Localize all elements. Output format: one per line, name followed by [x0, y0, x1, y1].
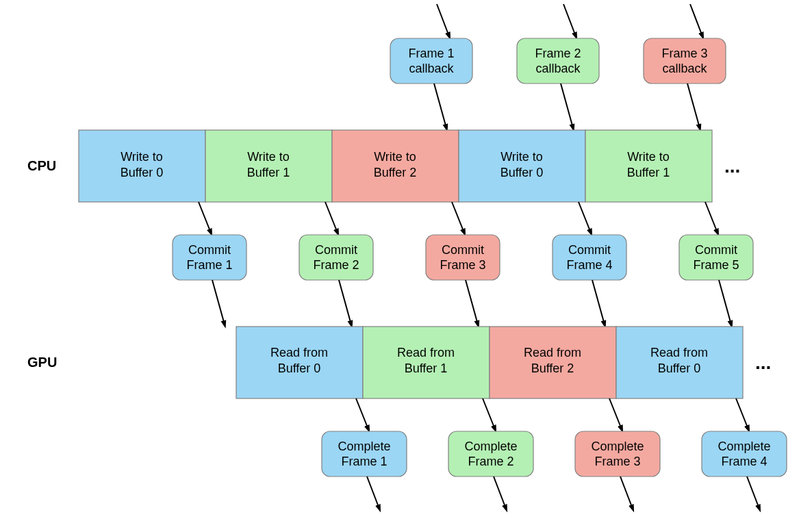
commit-box-4-line1: Commit: [568, 243, 611, 257]
arrow-commit-gpu-5: [719, 280, 731, 325]
arrow-out-complete-4: [747, 476, 759, 509]
arrow-commit-gpu-4: [592, 280, 605, 325]
cpu-cell-2-line2: Buffer 2: [374, 166, 417, 179]
gpu-cell-3-line2: Buffer 0: [658, 361, 701, 375]
arrow-gpu-complete-1: [356, 398, 368, 429]
arrow-callback-cpu-3: [687, 84, 700, 128]
arrow-cpu-commit-2: [325, 202, 338, 233]
complete-box-3: [575, 431, 660, 476]
commit-box-2-line1: Commit: [315, 243, 357, 257]
commit-box-5: [679, 235, 753, 280]
callback-box-3-line2: callback: [662, 62, 707, 75]
cpu-cell-0-line2: Buffer 0: [120, 166, 164, 179]
callback-box-2: [517, 38, 599, 84]
gpu-cell-0-line1: Read from: [270, 346, 328, 359]
cpu-cell-4-line2: Buffer 1: [627, 166, 670, 179]
callback-box-1-line2: callback: [409, 62, 454, 75]
callback-box-3-line1: Frame 3: [661, 47, 707, 60]
arrow-gpu-complete-2: [483, 398, 495, 429]
arrow-cpu-commit-4: [579, 202, 591, 233]
arrow-callback-cpu-1: [434, 84, 446, 128]
cpu-cell-0-line1: Write to: [120, 150, 163, 164]
gpu-cell-0-line2: Buffer 0: [278, 361, 321, 375]
arrow-in-callback-1: [437, 4, 449, 36]
commit-box-3-line1: Commit: [442, 243, 484, 257]
commit-box-4-line2: Frame 4: [566, 258, 612, 272]
commit-box-3-line2: Frame 3: [440, 258, 485, 272]
commit-box-5-line2: Frame 5: [693, 258, 739, 272]
cpu-cell-1-line1: Write to: [247, 150, 290, 164]
cpu-cell-4-line1: Write to: [627, 150, 670, 164]
arrow-out-complete-3: [620, 476, 633, 509]
commit-box-1: [173, 235, 246, 280]
callback-box-2-line2: callback: [535, 62, 581, 75]
cpu-cell-2-line1: Write to: [374, 150, 416, 164]
complete-box-1-line1: Complete: [338, 440, 390, 453]
callback-box-1-line1: Frame 1: [408, 47, 454, 60]
cpu-label: CPU: [27, 158, 56, 173]
gpu-cell-1-line2: Buffer 1: [405, 361, 448, 375]
gpu-cell-2-line2: Buffer 2: [531, 361, 574, 375]
arrow-commit-gpu-1: [212, 280, 225, 325]
arrow-cpu-commit-1: [199, 202, 211, 233]
arrow-in-callback-3: [690, 4, 702, 36]
commit-box-2-line2: Frame 2: [313, 258, 359, 272]
arrow-callback-cpu-2: [561, 84, 573, 128]
arrow-out-complete-2: [494, 476, 506, 509]
commit-box-4: [553, 235, 626, 280]
arrow-out-complete-1: [367, 476, 379, 509]
commit-box-2: [299, 235, 373, 280]
arrow-in-callback-2: [563, 4, 576, 36]
commit-box-5-line1: Commit: [695, 243, 737, 257]
arrow-gpu-complete-4: [736, 398, 748, 429]
cpu-cell-1-line2: Buffer 1: [247, 166, 290, 179]
complete-box-2-line1: Complete: [464, 440, 517, 453]
callback-box-3: [644, 38, 726, 84]
gpu-ellipsis: ...: [755, 352, 771, 373]
callback-box-1: [390, 38, 472, 84]
buffer-pipeline-diagram: CPU GPU Frame 1 callback Frame 2 callbac…: [0, 0, 812, 521]
cpu-ellipsis: ...: [724, 155, 740, 177]
callback-box-2-line1: Frame 2: [535, 47, 581, 60]
commit-box-3: [426, 235, 500, 280]
complete-box-1-line2: Frame 1: [341, 455, 387, 468]
cpu-cell-3-line1: Write to: [500, 150, 543, 164]
gpu-cell-2-line1: Read from: [524, 346, 581, 359]
complete-box-4-line2: Frame 4: [721, 455, 767, 468]
complete-box-2: [448, 431, 533, 476]
arrow-gpu-complete-3: [609, 398, 622, 429]
complete-box-4-line1: Complete: [718, 440, 770, 453]
complete-box-4: [702, 431, 787, 476]
complete-box-1: [322, 431, 407, 476]
arrow-cpu-commit-3: [452, 202, 464, 233]
complete-box-3-line2: Frame 3: [594, 455, 640, 468]
arrow-commit-gpu-2: [339, 280, 351, 325]
cpu-cell-3-line2: Buffer 0: [500, 166, 544, 179]
arrow-cpu-commit-5: [705, 202, 718, 233]
commit-box-1-line2: Frame 1: [186, 258, 232, 272]
arrow-commit-gpu-3: [466, 280, 478, 325]
complete-box-3-line1: Complete: [591, 440, 644, 453]
commit-box-1-line1: Commit: [188, 243, 231, 257]
gpu-cell-3-line1: Read from: [650, 346, 708, 359]
complete-box-2-line2: Frame 2: [468, 455, 513, 468]
gpu-label: GPU: [27, 355, 57, 370]
gpu-cell-1-line1: Read from: [397, 346, 455, 359]
